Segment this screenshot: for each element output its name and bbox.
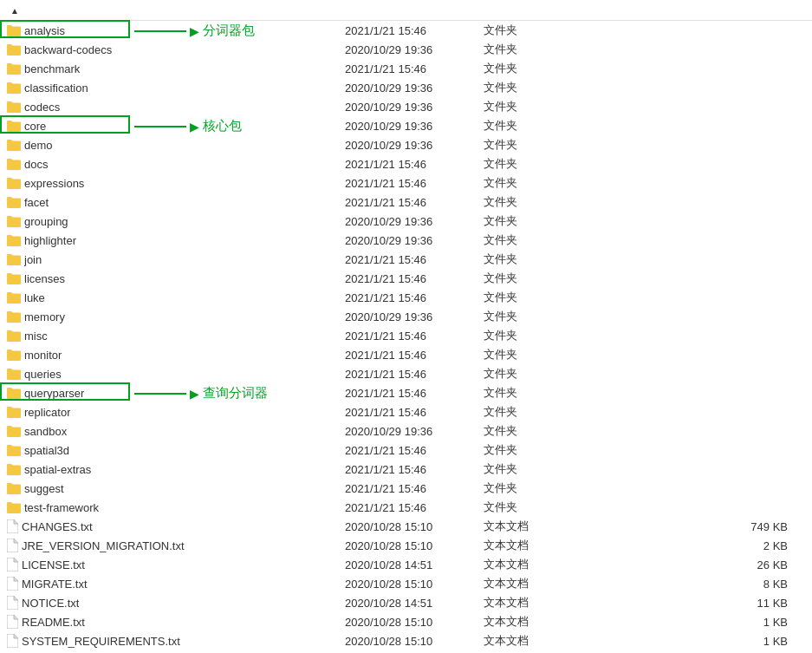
- file-name-cell: MIGRATE.txt: [7, 577, 345, 591]
- table-row[interactable]: SYSTEM_REQUIREMENTS.txt2020/10/28 15:10文…: [0, 631, 812, 650]
- folder-icon: [7, 310, 21, 323]
- table-row[interactable]: queryparser2021/1/21 15:46文件夹: [0, 383, 812, 402]
- item-type: 文本文档: [484, 538, 570, 553]
- item-name: luke: [24, 291, 45, 304]
- item-date: 2021/1/21 15:46: [345, 330, 484, 343]
- table-row[interactable]: CHANGES.txt2020/10/28 15:10文本文档749 KB: [0, 517, 812, 536]
- item-type: 文件夹: [484, 23, 570, 38]
- item-name: NOTICE.txt: [22, 597, 79, 610]
- folder-icon: [7, 101, 21, 113]
- table-row[interactable]: analysis2021/1/21 15:46文件夹: [0, 21, 812, 40]
- file-name-cell: grouping: [7, 215, 345, 228]
- file-name-cell: classification: [7, 82, 345, 95]
- item-date: 2020/10/29 19:36: [345, 139, 484, 152]
- item-date: 2020/10/29 19:36: [345, 120, 484, 133]
- item-name: sandbox: [24, 425, 67, 438]
- item-date: 2021/1/21 15:46: [345, 291, 484, 304]
- file-name-cell: replicator: [7, 406, 345, 419]
- item-size: 8 KB: [570, 578, 805, 591]
- file-icon: [7, 634, 18, 648]
- item-date: 2021/1/21 15:46: [345, 24, 484, 37]
- table-row[interactable]: spatial-extras2021/1/21 15:46文件夹: [0, 460, 812, 479]
- file-name-cell: suggest: [7, 482, 345, 495]
- item-type: 文件夹: [484, 42, 570, 57]
- item-name: LICENSE.txt: [22, 558, 85, 571]
- table-row[interactable]: MIGRATE.txt2020/10/28 15:10文本文档8 KB: [0, 574, 812, 593]
- table-row[interactable]: grouping2020/10/29 19:36文件夹: [0, 212, 812, 231]
- table-row[interactable]: replicator2021/1/21 15:46文件夹: [0, 402, 812, 421]
- table-row[interactable]: misc2021/1/21 15:46文件夹: [0, 326, 812, 345]
- item-name: MIGRATE.txt: [22, 578, 88, 591]
- table-row[interactable]: queries2021/1/21 15:46文件夹: [0, 364, 812, 383]
- item-name: spatial-extras: [24, 463, 91, 476]
- file-icon: [7, 596, 18, 610]
- item-type: 文件夹: [484, 61, 570, 76]
- file-name-cell: spatial-extras: [7, 463, 345, 476]
- table-row[interactable]: memory2020/10/29 19:36文件夹: [0, 307, 812, 326]
- item-name: SYSTEM_REQUIREMENTS.txt: [22, 635, 180, 648]
- item-date: 2021/1/21 15:46: [345, 196, 484, 209]
- table-row[interactable]: JRE_VERSION_MIGRATION.txt2020/10/28 15:1…: [0, 536, 812, 555]
- file-name-cell: demo: [7, 139, 345, 152]
- folder-icon: [7, 406, 21, 418]
- table-header: ▲: [0, 0, 812, 21]
- item-name: docs: [24, 158, 48, 171]
- sort-arrow: ▲: [10, 6, 19, 16]
- table-row[interactable]: benchmark2021/1/21 15:46文件夹: [0, 59, 812, 78]
- folder-icon: [7, 291, 21, 304]
- table-row[interactable]: facet2021/1/21 15:46文件夹: [0, 193, 812, 212]
- item-date: 2021/1/21 15:46: [345, 253, 484, 266]
- table-row[interactable]: NOTICE.txt2020/10/28 14:51文本文档11 KB: [0, 593, 812, 612]
- item-name: memory: [24, 310, 65, 323]
- table-row[interactable]: docs2021/1/21 15:46文件夹: [0, 154, 812, 173]
- table-row[interactable]: LICENSE.txt2020/10/28 14:51文本文档26 KB: [0, 555, 812, 574]
- item-size: 1 KB: [570, 635, 805, 648]
- file-name-cell: README.txt: [7, 615, 345, 629]
- table-row[interactable]: monitor2021/1/21 15:46文件夹: [0, 345, 812, 364]
- item-type: 文件夹: [484, 404, 570, 420]
- table-row[interactable]: codecs2020/10/29 19:36文件夹: [0, 97, 812, 116]
- folder-icon: [7, 177, 21, 189]
- folder-icon: [7, 24, 21, 36]
- table-row[interactable]: backward-codecs2020/10/29 19:36文件夹: [0, 40, 812, 59]
- folder-icon: [7, 43, 21, 56]
- item-name: queries: [24, 368, 62, 381]
- file-name-cell: CHANGES.txt: [7, 519, 345, 533]
- item-type: 文本文档: [484, 633, 570, 649]
- item-type: 文件夹: [484, 461, 570, 477]
- folder-icon: [7, 215, 21, 227]
- item-size: 11 KB: [570, 597, 805, 610]
- table-row[interactable]: licenses2021/1/21 15:46文件夹: [0, 269, 812, 288]
- item-type: 文本文档: [484, 576, 570, 591]
- item-type: 文本文档: [484, 519, 570, 534]
- table-row[interactable]: demo2020/10/29 19:36文件夹: [0, 135, 812, 154]
- table-row[interactable]: spatial3d2021/1/21 15:46文件夹: [0, 441, 812, 460]
- table-row[interactable]: sandbox2020/10/29 19:36文件夹: [0, 421, 812, 441]
- item-name: codecs: [24, 101, 60, 114]
- table-row[interactable]: expressions2021/1/21 15:46文件夹: [0, 173, 812, 193]
- table-row[interactable]: classification2020/10/29 19:36文件夹: [0, 78, 812, 97]
- table-row[interactable]: README.txt2020/10/28 15:10文本文档1 KB: [0, 612, 812, 631]
- item-name: JRE_VERSION_MIGRATION.txt: [22, 539, 185, 552]
- item-name: benchmark: [24, 62, 80, 75]
- item-date: 2020/10/29 19:36: [345, 101, 484, 114]
- item-type: 文本文档: [484, 595, 570, 611]
- table-row[interactable]: core2020/10/29 19:36文件夹: [0, 116, 812, 135]
- item-name: demo: [24, 139, 53, 152]
- file-explorer: ▲ analysis2021/1/21 15:46文件夹backward-cod…: [0, 0, 812, 653]
- item-type: 文件夹: [484, 423, 570, 439]
- file-icon: [7, 539, 18, 552]
- table-row[interactable]: highlighter2020/10/29 19:36文件夹: [0, 231, 812, 250]
- folder-icon: [7, 501, 21, 513]
- item-name: classification: [24, 82, 88, 95]
- item-date: 2020/10/28 15:10: [345, 578, 484, 591]
- table-row[interactable]: join2021/1/21 15:46文件夹: [0, 250, 812, 269]
- table-row[interactable]: test-framework2021/1/21 15:46文件夹: [0, 498, 812, 517]
- file-name-cell: misc: [7, 330, 345, 343]
- item-type: 文件夹: [484, 309, 570, 324]
- col-name-header[interactable]: ▲: [7, 3, 345, 16]
- table-row[interactable]: luke2021/1/21 15:46文件夹: [0, 288, 812, 307]
- table-row[interactable]: suggest2021/1/21 15:46文件夹: [0, 479, 812, 498]
- item-date: 2021/1/21 15:46: [345, 272, 484, 285]
- item-date: 2020/10/28 15:10: [345, 539, 484, 552]
